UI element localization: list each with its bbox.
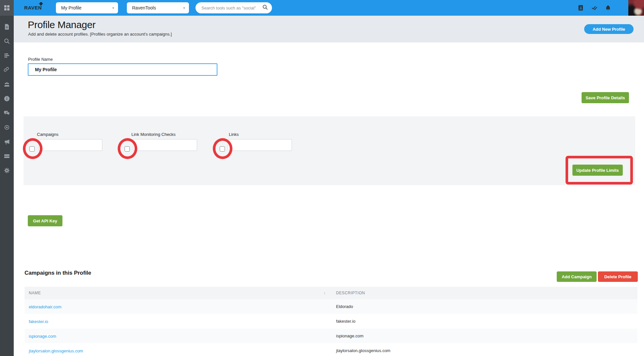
chevron-down-icon: ▾ <box>112 6 114 10</box>
link-monitoring-limit-label: Link Monitoring Checks <box>131 132 176 137</box>
rankings-bars-icon[interactable] <box>4 52 10 59</box>
column-header-name[interactable]: NAME <box>29 291 41 295</box>
campaign-description: fakester.io <box>336 319 355 324</box>
info-icon[interactable] <box>4 95 10 102</box>
tools-dropdown[interactable]: RavenTools ▾ <box>127 2 189 13</box>
profile-name-input[interactable] <box>28 63 217 76</box>
topbar-icons <box>577 0 611 16</box>
social-chat-icon[interactable] <box>4 110 10 116</box>
tool-search-input[interactable] <box>201 6 262 10</box>
campaign-description: ispionage.com <box>336 333 364 338</box>
dashboard-grid-icon[interactable] <box>4 5 10 11</box>
column-header-description[interactable]: DESCRIPTION <box>336 291 365 295</box>
delete-profile-button[interactable]: Delete Profile <box>598 271 638 282</box>
campaign-link[interactable]: jtaylorsalon.glossgenius.com <box>29 348 83 353</box>
page-header: Profile Manager Add and delete account p… <box>14 16 644 42</box>
reports-document-icon[interactable] <box>4 24 10 30</box>
search-icon[interactable] <box>262 4 268 11</box>
add-campaign-button[interactable]: Add Campaign <box>557 271 597 282</box>
links-limit-label: Links <box>229 132 239 137</box>
campaigns-limit-checkbox[interactable] <box>29 146 35 152</box>
tools-dropdown-value: RavenTools <box>132 5 156 10</box>
notifications-bell-icon[interactable] <box>605 5 611 11</box>
tool-search <box>195 2 272 13</box>
layout-columns-icon[interactable] <box>4 153 10 159</box>
raven-logo[interactable]: RAVEN <box>24 0 42 16</box>
profile-name-label: Profile Name <box>28 57 53 62</box>
campaigns-limit-label: Campaigns <box>37 132 59 137</box>
links-chain-icon[interactable] <box>4 67 10 73</box>
table-row: eldoradohair.com Eldorado <box>25 299 637 314</box>
campaigns-limit-input[interactable] <box>38 139 102 151</box>
add-new-profile-button[interactable]: Add New Profile <box>584 24 634 34</box>
main-content: Profile Name Save Profile Details Campai… <box>14 42 644 356</box>
table-row: jtaylorsalon.glossgenius.com jtaylorsalo… <box>25 343 637 356</box>
link-monitoring-limit-input[interactable] <box>133 139 197 151</box>
save-profile-details-button[interactable]: Save Profile Details <box>582 92 629 103</box>
user-avatar[interactable] <box>628 0 644 16</box>
campaigns-table-header: NAME ↑ DESCRIPTION <box>25 287 637 299</box>
sidebar-item-dashboard[interactable] <box>0 0 14 16</box>
settings-gear-icon[interactable] <box>4 167 10 174</box>
links-limit-checkbox[interactable] <box>220 146 225 152</box>
get-api-key-button[interactable]: Get API Key <box>28 215 62 226</box>
raven-bird-icon <box>37 2 44 11</box>
page-title: Profile Manager <box>28 19 95 30</box>
campaigns-heading: Campaigns in this Profile <box>25 270 91 276</box>
sort-ascending-icon[interactable]: ↑ <box>324 291 326 296</box>
profile-manager-page: RAVEN My Profile ▾ RavenTools ▾ <box>0 0 644 356</box>
research-search-icon[interactable] <box>4 38 10 44</box>
table-row: ispionage.com ispionage.com <box>25 329 637 343</box>
contacts-book-icon[interactable] <box>577 5 584 11</box>
links-limit-input[interactable] <box>228 139 292 151</box>
profile-dropdown-value: My Profile <box>61 5 81 10</box>
tasks-check-icon[interactable] <box>591 5 598 11</box>
profile-dropdown[interactable]: My Profile ▾ <box>56 2 118 13</box>
page-subtitle: Add and delete account profiles. [Profil… <box>28 32 172 37</box>
table-row: fakester.io fakester.io <box>25 314 637 329</box>
update-profile-limits-button[interactable]: Update Profile Limits <box>572 165 623 176</box>
campaign-description: jtaylorsalon.glossgenius.com <box>336 348 390 353</box>
sidebar <box>0 0 14 356</box>
campaign-link[interactable]: ispionage.com <box>29 334 56 339</box>
campaign-link[interactable]: fakester.io <box>29 319 48 324</box>
campaign-description: Eldorado <box>336 304 353 309</box>
campaigns-table: NAME ↑ DESCRIPTION eldoradohair.com Eldo… <box>25 287 637 356</box>
marketing-megaphone-icon[interactable] <box>4 138 10 145</box>
link-monitoring-limit-checkbox[interactable] <box>125 146 130 152</box>
topbar: RAVEN My Profile ▾ RavenTools ▾ <box>14 0 644 16</box>
chevron-down-icon: ▾ <box>183 6 185 10</box>
local-target-icon[interactable] <box>4 124 10 131</box>
campaign-link[interactable]: eldoradohair.com <box>29 304 61 309</box>
profile-limits-panel: Campaigns Link Monitoring Checks Links U… <box>24 116 635 185</box>
competitors-people-icon[interactable] <box>4 81 10 88</box>
